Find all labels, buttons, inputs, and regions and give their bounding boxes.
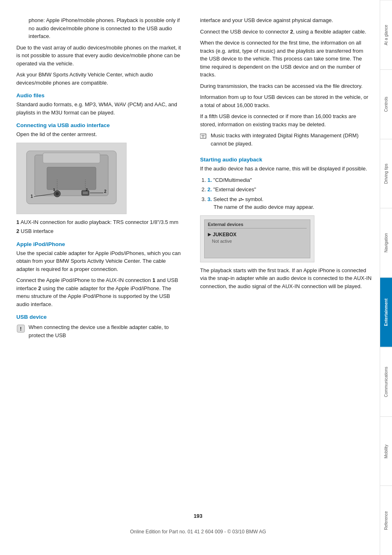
usb-device-heading: USB device xyxy=(16,314,184,320)
ipod-text2: Connect the Apple iPod/iPhone to the AUX… xyxy=(16,276,184,308)
step-3: 3. Select the ⇄• symbol. The name of the… xyxy=(207,195,372,211)
warning-box: ! When connecting the device use a flexi… xyxy=(16,323,184,342)
audio-devices-para: Due to the vast array of audio devices/m… xyxy=(16,44,184,68)
audio-files-heading: Audio files xyxy=(16,92,184,98)
steps-list: 1. "CD/Multimedia" 2. "External devices"… xyxy=(207,176,372,211)
ext-jukebox-row: ▶ JUKEBOX xyxy=(208,232,236,237)
svg-rect-8 xyxy=(83,192,88,194)
caption-num-2: 2 xyxy=(16,228,19,234)
open-lid-text: Open the lid of the center armrest. xyxy=(16,130,184,139)
playback-text1: If the audio device has a device name, t… xyxy=(200,165,372,173)
svg-rect-2 xyxy=(43,153,100,163)
svg-text:!: ! xyxy=(20,326,22,332)
playback-heading: Starting audio playback xyxy=(200,157,372,163)
sidebar-tab-entertainment[interactable]: Entertainment xyxy=(380,278,392,347)
ext-screen: External devices ▶ JUKEBOX Not active xyxy=(204,219,310,258)
left-column: phone: Apple iPhone/mobile phones. Playb… xyxy=(16,16,196,513)
caption-1: 1 AUX-IN connection for audio playback: … xyxy=(16,218,184,226)
console-image: 1 2 1 2 xyxy=(16,143,127,214)
ipod-heading: Apple iPod/iPhone xyxy=(16,241,184,247)
step-1: 1. "CD/Multimedia" xyxy=(207,176,372,184)
audio-files-text: Standard audio formats, e.g. MP3, WMA, W… xyxy=(16,101,184,116)
right-para6: If a fifth USB device is connected or if… xyxy=(200,112,372,128)
right-para3: When the device is connected for the fir… xyxy=(200,39,372,79)
usb-heading: Connecting via USB audio interface xyxy=(16,122,184,128)
svg-text:2: 2 xyxy=(86,188,88,192)
page-footer: Online Edition for Part no. 01 41 2 604 … xyxy=(16,529,380,539)
warning-icon: ! xyxy=(16,324,25,333)
right-para4: During transmission, the tracks can be a… xyxy=(200,82,372,90)
sidebar-tab-mobility[interactable]: Mobility xyxy=(380,416,392,486)
svg-text:1: 1 xyxy=(31,194,33,199)
sidebar-tab-at-a-glance[interactable]: At a glance xyxy=(380,0,392,69)
right-para5: Information from up to four USB devices … xyxy=(200,93,372,109)
ext-screen-title: External devices xyxy=(208,222,307,228)
sidebar-tab-communications[interactable]: Communications xyxy=(380,347,392,416)
svg-text:2: 2 xyxy=(104,189,107,194)
external-devices-image: External devices ▶ JUKEBOX Not active xyxy=(200,215,314,262)
step-2: 2. "External devices" xyxy=(207,186,372,194)
ext-notactive-row: Not active xyxy=(208,239,232,244)
note-triangle-icon xyxy=(200,132,207,140)
sidebar-tab-driving-tips[interactable]: Driving tips xyxy=(380,139,392,208)
sidebar: At a glance Controls Driving tips Naviga… xyxy=(380,0,392,555)
indent-paragraph: phone: Apple iPhone/mobile phones. Playb… xyxy=(29,16,184,40)
right-para1: interface and your USB device against ph… xyxy=(200,16,372,25)
right-column: interface and your USB device against ph… xyxy=(196,16,372,513)
sidebar-tab-reference[interactable]: Reference xyxy=(380,486,392,555)
drm-note-text: Music tracks with integrated Digital Rig… xyxy=(211,132,372,148)
caption-num-1: 1 xyxy=(16,219,19,225)
playback-final-para: The playback starts with the first track… xyxy=(200,266,372,291)
svg-text:1: 1 xyxy=(53,188,55,192)
sidebar-tab-controls[interactable]: Controls xyxy=(380,69,392,139)
svg-rect-3 xyxy=(47,167,96,190)
sidebar-tab-navigation[interactable]: Navigation xyxy=(380,208,392,278)
caption-2: 2 USB interface xyxy=(16,227,184,235)
drm-note-box: Music tracks with integrated Digital Rig… xyxy=(200,132,372,151)
right-para2: Connect the USB device to connector 2, u… xyxy=(200,28,372,36)
warning-text: When connecting the device use a flexibl… xyxy=(29,323,184,339)
page-number: 193 xyxy=(16,513,380,519)
svg-point-5 xyxy=(56,192,59,195)
ask-bmw-para: Ask your BMW Sports Activity Vehicle Cen… xyxy=(16,71,184,87)
ipod-text1: Use the special cable adapter for Apple … xyxy=(16,249,184,273)
